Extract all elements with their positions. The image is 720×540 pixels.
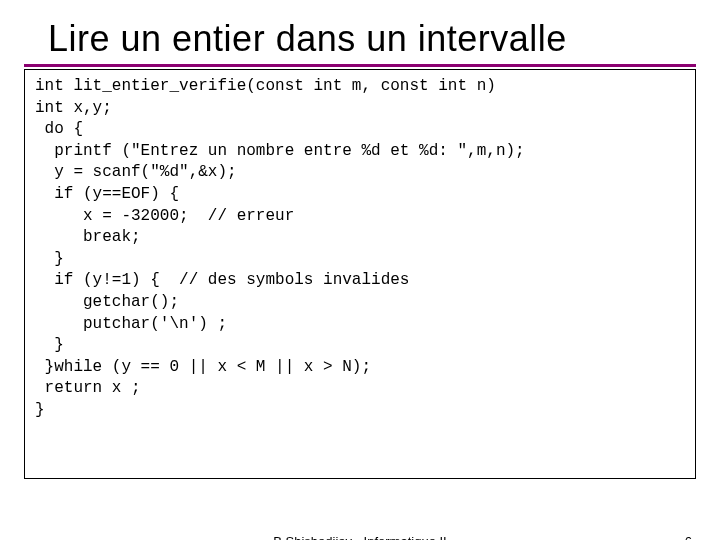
footer-author: B.Shishedjiev - Informatique II — [0, 534, 720, 540]
title-underline — [24, 64, 696, 67]
code-box: int lit_entier_verifie(const int m, cons… — [24, 69, 696, 479]
slide-title: Lire un entier dans un intervalle — [48, 18, 696, 60]
slide: Lire un entier dans un intervalle int li… — [0, 0, 720, 540]
footer-page-number: 6 — [685, 534, 692, 540]
code-block: int lit_entier_verifie(const int m, cons… — [35, 76, 685, 422]
